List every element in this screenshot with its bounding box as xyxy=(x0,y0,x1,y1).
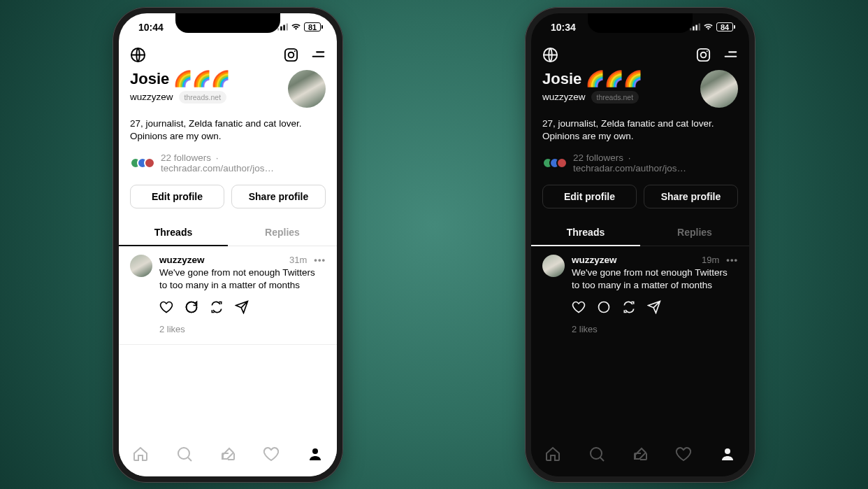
like-icon[interactable] xyxy=(159,300,173,317)
share-profile-button[interactable]: Share profile xyxy=(231,185,326,208)
tab-threads[interactable]: Threads xyxy=(119,220,228,246)
edit-profile-button[interactable]: Edit profile xyxy=(130,185,224,208)
svg-point-20 xyxy=(701,52,707,57)
followers-link[interactable]: 22 followers · techradar.com/author/jos… xyxy=(573,153,738,173)
svg-rect-0 xyxy=(277,28,280,30)
instagram-icon[interactable] xyxy=(283,47,299,63)
svg-line-26 xyxy=(600,458,604,461)
nav-profile-icon[interactable] xyxy=(719,446,736,465)
svg-point-27 xyxy=(725,448,730,454)
like-icon[interactable] xyxy=(572,300,586,317)
share-icon[interactable] xyxy=(235,300,249,317)
instagram-icon[interactable] xyxy=(695,47,711,63)
profile-bio: 27, journalist, Zelda fanatic and cat lo… xyxy=(531,108,749,143)
svg-rect-3 xyxy=(287,24,289,31)
device-notch xyxy=(175,13,280,33)
post-more-icon[interactable]: ••• xyxy=(726,255,738,265)
menu-icon[interactable] xyxy=(723,47,738,62)
phone-dark-mode: 10:34 84 xyxy=(525,7,755,483)
share-profile-button[interactable]: Share profile xyxy=(644,185,738,208)
svg-rect-5 xyxy=(285,48,297,60)
post-text: We've gone from not enough Twitters to t… xyxy=(159,267,326,292)
profile-avatar[interactable] xyxy=(700,70,738,108)
menu-icon[interactable] xyxy=(310,47,326,62)
followers-link[interactable]: 22 followers · techradar.com/author/jos… xyxy=(161,153,326,173)
nav-profile-icon[interactable] xyxy=(307,446,324,465)
phone-light-mode: 10:44 81 xyxy=(113,7,343,483)
domain-chip[interactable]: threads.net xyxy=(591,91,639,104)
comment-icon[interactable] xyxy=(185,300,198,317)
nav-compose-icon[interactable] xyxy=(632,446,649,465)
post-time: 19m xyxy=(702,255,719,265)
status-time: 10:34 xyxy=(551,22,576,33)
svg-point-13 xyxy=(312,448,318,454)
wifi-icon xyxy=(291,23,301,31)
globe-icon[interactable] xyxy=(542,47,558,63)
svg-point-7 xyxy=(294,50,296,52)
share-icon[interactable] xyxy=(647,300,661,317)
svg-rect-2 xyxy=(283,25,285,31)
wifi-icon xyxy=(703,23,714,31)
device-notch xyxy=(588,13,693,33)
profile-handle: wuzzyzew xyxy=(542,92,586,102)
edit-profile-button[interactable]: Edit profile xyxy=(542,185,637,208)
svg-rect-16 xyxy=(695,25,697,31)
profile-bio: 27, journalist, Zelda fanatic and cat lo… xyxy=(119,108,337,143)
nav-activity-icon[interactable] xyxy=(263,446,280,465)
post-username[interactable]: wuzzyzew xyxy=(159,255,205,265)
globe-icon[interactable] xyxy=(130,47,146,63)
nav-home-icon[interactable] xyxy=(132,446,149,465)
svg-point-6 xyxy=(289,52,294,57)
post-item[interactable]: wuzzyzew 31m ••• We've gone from not eno… xyxy=(119,246,337,345)
tab-threads[interactable]: Threads xyxy=(531,220,640,246)
nav-search-icon[interactable] xyxy=(176,446,193,465)
svg-rect-15 xyxy=(693,27,695,31)
svg-point-10 xyxy=(187,302,197,313)
post-likes[interactable]: 2 likes xyxy=(159,324,326,334)
svg-rect-14 xyxy=(690,28,692,30)
svg-point-25 xyxy=(591,448,602,459)
follower-avatars[interactable] xyxy=(542,157,567,169)
post-item[interactable]: wuzzyzew 19m ••• We've gone from not eno… xyxy=(531,246,749,344)
post-likes[interactable]: 2 likes xyxy=(572,324,738,334)
battery-indicator: 84 xyxy=(716,22,735,31)
nav-activity-icon[interactable] xyxy=(675,446,692,465)
nav-compose-icon[interactable] xyxy=(219,446,236,465)
post-avatar[interactable] xyxy=(542,255,565,277)
profile-avatar[interactable] xyxy=(288,70,326,108)
repost-icon[interactable] xyxy=(210,300,224,317)
profile-handle: wuzzyzew xyxy=(130,92,173,102)
follower-avatars[interactable] xyxy=(130,157,155,169)
nav-home-icon[interactable] xyxy=(544,446,561,465)
profile-display-name: Josie 🌈🌈🌈 xyxy=(542,70,642,88)
svg-rect-17 xyxy=(699,24,701,31)
svg-point-11 xyxy=(178,448,189,459)
svg-point-24 xyxy=(599,302,609,313)
post-username[interactable]: wuzzyzew xyxy=(572,255,617,265)
tab-replies[interactable]: Replies xyxy=(228,220,337,246)
nav-search-icon[interactable] xyxy=(588,446,605,465)
post-more-icon[interactable]: ••• xyxy=(314,255,326,265)
svg-rect-1 xyxy=(280,27,282,31)
post-text: We've gone from not enough Twitters to t… xyxy=(572,267,738,292)
battery-indicator: 81 xyxy=(304,22,323,31)
tab-replies[interactable]: Replies xyxy=(640,220,749,246)
repost-icon[interactable] xyxy=(622,300,636,317)
post-time: 31m xyxy=(289,255,307,265)
comment-icon[interactable] xyxy=(597,300,611,317)
svg-rect-19 xyxy=(697,48,709,60)
post-avatar[interactable] xyxy=(130,255,152,277)
status-time: 10:44 xyxy=(138,22,164,33)
profile-display-name: Josie 🌈🌈🌈 xyxy=(130,70,230,88)
domain-chip[interactable]: threads.net xyxy=(179,91,227,104)
svg-line-12 xyxy=(188,458,191,461)
svg-point-21 xyxy=(707,50,708,52)
